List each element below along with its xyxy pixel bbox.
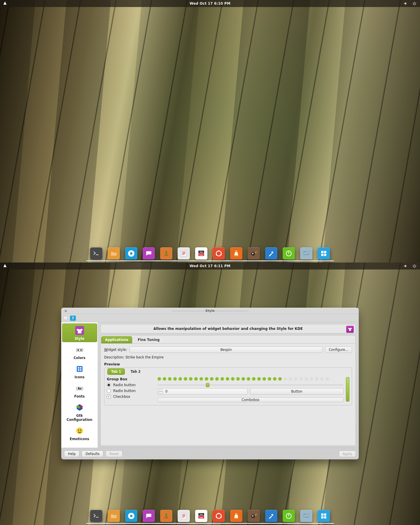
distro-menu-icon[interactable] (2, 0, 8, 7)
svg-point-9 (218, 250, 219, 251)
svg-rect-48 (80, 367, 81, 369)
distro-menu-icon[interactable] (2, 263, 8, 269)
dock-youtube[interactable]: YouTube (195, 247, 207, 260)
preview-combobox[interactable]: Combobox (158, 398, 344, 402)
widget-style-description: Description: Strike back the Empire (104, 355, 352, 359)
sidebar-item-fonts[interactable]: AaFonts (62, 381, 97, 400)
tshirt-icon (346, 326, 354, 333)
module-heading: Allows the manipulation of widget behavi… (153, 327, 303, 331)
defaults-button[interactable]: Defaults (82, 451, 103, 457)
preview-button[interactable]: Button (250, 388, 344, 395)
svg-rect-33 (234, 518, 238, 519)
dock-logout[interactable] (283, 247, 295, 260)
widget-style-combo[interactable]: Bespin (130, 346, 323, 353)
svg-point-10 (216, 254, 217, 255)
dock-vlc[interactable] (230, 247, 242, 260)
dock-terminal[interactable] (90, 247, 102, 260)
svg-rect-12 (234, 256, 238, 256)
preview-tab-1[interactable]: Tab 1 (107, 368, 125, 375)
svg-rect-40 (321, 516, 323, 519)
dock-chromium[interactable] (125, 247, 137, 260)
svg-rect-46 (77, 366, 83, 372)
dock-logout[interactable] (283, 510, 295, 522)
dock-monitor[interactable] (300, 247, 312, 260)
dock-ubuntu-one[interactable] (213, 247, 225, 260)
preview-groupbox: Group Box Radio button Radio button Chec… (107, 377, 153, 400)
svg-text:Tube: Tube (199, 254, 204, 256)
dock-files[interactable] (108, 510, 120, 522)
volume-icon[interactable] (403, 263, 408, 269)
sidebar-item-colors[interactable]: Colors (62, 343, 97, 361)
dock-color-pick[interactable] (265, 510, 277, 522)
tab-fine-tuning[interactable]: Fine Tuning (134, 336, 163, 343)
dock-chat[interactable] (143, 247, 155, 260)
dock-gimp[interactable] (248, 247, 260, 260)
svg-rect-19 (321, 254, 323, 256)
dock-files[interactable] (108, 247, 120, 260)
configure-button[interactable]: Configure... (325, 346, 352, 353)
svg-rect-17 (321, 251, 323, 253)
dock-plant[interactable] (160, 510, 172, 522)
svg-point-23 (130, 515, 133, 517)
sidebar-item-style[interactable]: Style (62, 323, 97, 342)
svg-text:You: You (200, 251, 203, 253)
style-settings-window[interactable]: ✕ Style StyleColorsIconsAaFontsGtkConfig… (61, 308, 359, 459)
dock-gimp[interactable] (248, 510, 260, 522)
dock-youtube[interactable]: YouTube (195, 510, 207, 522)
svg-rect-21 (92, 512, 100, 520)
svg-point-30 (218, 513, 219, 514)
svg-rect-24 (181, 513, 186, 519)
top-panel: Wed Oct 17 6:11 PM (0, 262, 420, 270)
dock-editor[interactable] (178, 510, 190, 522)
svg-point-8 (216, 251, 221, 256)
preview-radio-1[interactable]: Radio button (107, 383, 153, 387)
dock-terminal[interactable] (90, 510, 102, 522)
dock-ubuntu-one[interactable] (213, 510, 225, 522)
nav-back-button[interactable] (64, 316, 68, 320)
dock-tiling[interactable] (318, 510, 330, 522)
svg-point-31 (216, 517, 217, 518)
power-icon[interactable] (412, 1, 417, 6)
dock-vlc[interactable] (230, 510, 242, 522)
svg-rect-0 (92, 250, 100, 257)
dock-editor[interactable] (178, 247, 190, 260)
desktop-screenshot-top: Wed Oct 17 6:10 PM YouTube (0, 0, 420, 262)
preview-tab-2[interactable]: Tab 2 (127, 368, 144, 375)
svg-rect-41 (324, 516, 326, 519)
dock-chat[interactable] (143, 510, 155, 522)
reset-button[interactable]: Reset (106, 451, 123, 457)
preview-spinbox[interactable]: 0 (158, 388, 248, 395)
sidebar-item-emoticons[interactable]: Emoticons (62, 424, 97, 442)
svg-text:Aa: Aa (78, 387, 81, 390)
clock[interactable]: Wed Oct 17 6:11 PM (190, 264, 230, 268)
apply-button[interactable]: Apply (339, 451, 356, 457)
window-titlebar[interactable]: ✕ Style (61, 308, 359, 314)
subtab-bar: Applications Fine Tuning (100, 335, 356, 343)
dock-plant[interactable] (160, 247, 172, 260)
desktop-screenshot-bottom: Wed Oct 17 6:11 PM YouTube ✕ Style Style… (0, 262, 420, 525)
power-icon[interactable] (412, 263, 417, 269)
module-icon (70, 316, 76, 321)
dock-monitor[interactable] (300, 510, 312, 522)
svg-rect-50 (80, 369, 81, 371)
dock: YouTube (87, 246, 333, 261)
preview-vertical-scrollbar[interactable] (346, 377, 349, 402)
sidebar-item-icons[interactable]: Icons (62, 362, 97, 381)
svg-rect-18 (324, 251, 326, 253)
preview-slider[interactable] (158, 385, 344, 385)
dock-chromium[interactable] (125, 510, 137, 522)
help-button[interactable]: Help (64, 451, 79, 457)
close-icon[interactable]: ✕ (64, 309, 67, 313)
dock-tiling[interactable] (318, 247, 330, 260)
sidebar-item-gtk[interactable]: GtkConfiguration (62, 400, 97, 423)
preview-checkbox[interactable]: Checkbox (107, 395, 153, 399)
dock-color-pick[interactable] (265, 247, 277, 260)
svg-point-53 (76, 428, 83, 434)
svg-rect-43 (76, 349, 83, 351)
preview-box: Tab 1 Tab 2 Group Box Radio button Radio… (104, 368, 352, 405)
svg-point-35 (252, 515, 253, 517)
preview-radio-2[interactable]: Radio button (107, 389, 153, 393)
volume-icon[interactable] (403, 1, 408, 6)
clock[interactable]: Wed Oct 17 6:10 PM (190, 1, 230, 6)
tab-applications[interactable]: Applications (101, 336, 132, 343)
